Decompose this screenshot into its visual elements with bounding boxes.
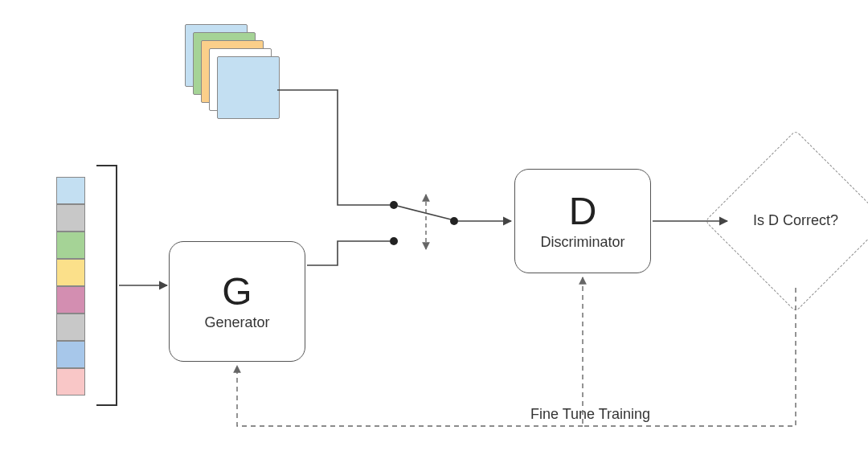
input-vector-cell — [56, 259, 85, 286]
switch-node-top — [390, 201, 398, 209]
real-images-stack — [185, 24, 281, 121]
generator-symbol: G — [222, 273, 252, 311]
discriminator-label: Discriminator — [540, 234, 624, 251]
edge-real-to-switch — [277, 90, 390, 205]
input-vector-cell — [56, 368, 85, 396]
discriminator-box: D Discriminator — [514, 169, 651, 273]
bracket-icon — [96, 165, 117, 406]
input-vector-cell — [56, 232, 85, 259]
diamond-icon — [705, 130, 868, 312]
edge-generator-to-switch — [307, 241, 390, 265]
generator-label: Generator — [204, 314, 269, 331]
real-image-card — [217, 56, 280, 119]
input-vector-cell — [56, 286, 85, 314]
input-vector — [56, 177, 85, 396]
diagram-stage: G Generator D Discriminator Is D Correct… — [0, 0, 868, 455]
input-vector-cell — [56, 177, 85, 204]
input-vector-cell — [56, 204, 85, 232]
input-vector-cell — [56, 314, 85, 341]
discriminator-symbol: D — [569, 192, 597, 231]
switch-lever — [397, 206, 451, 219]
decision-node: Is D Correct? — [731, 157, 860, 285]
input-vector-cell — [56, 341, 85, 368]
switch-node-out — [450, 217, 458, 225]
feedback-label: Fine Tune Training — [530, 406, 650, 423]
switch-node-bottom — [390, 237, 398, 245]
edge-feedback-to-discriminator — [583, 277, 796, 426]
generator-box: G Generator — [169, 241, 305, 362]
